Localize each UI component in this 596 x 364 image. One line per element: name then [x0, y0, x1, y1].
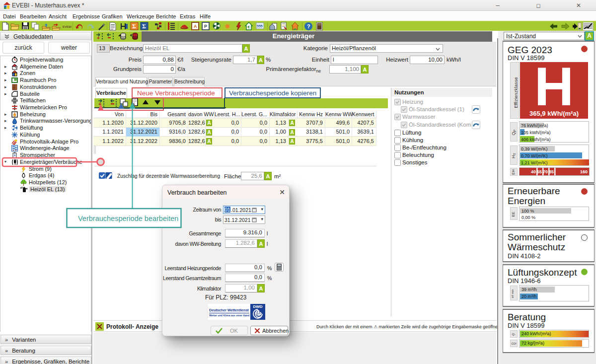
svg-text:70: 70 — [543, 169, 548, 174]
svg-text:Σ: Σ — [132, 23, 136, 30]
svg-text:Σ: Σ — [142, 23, 146, 30]
svg-text:160: 160 — [580, 169, 588, 174]
svg-text:+: + — [98, 101, 101, 107]
svg-text:+: + — [97, 35, 100, 41]
svg-text:€: € — [248, 25, 250, 29]
svg-text:40: 40 — [531, 169, 536, 174]
svg-text:A: A — [194, 24, 197, 29]
svg-text:?: ? — [307, 23, 310, 29]
svg-text:EVEBI: EVEBI — [63, 25, 72, 28]
svg-text:P: P — [204, 24, 207, 29]
svg-text:85: 85 — [549, 169, 554, 174]
svg-text:555: 555 — [257, 24, 263, 28]
svg-text:55: 55 — [537, 169, 542, 174]
